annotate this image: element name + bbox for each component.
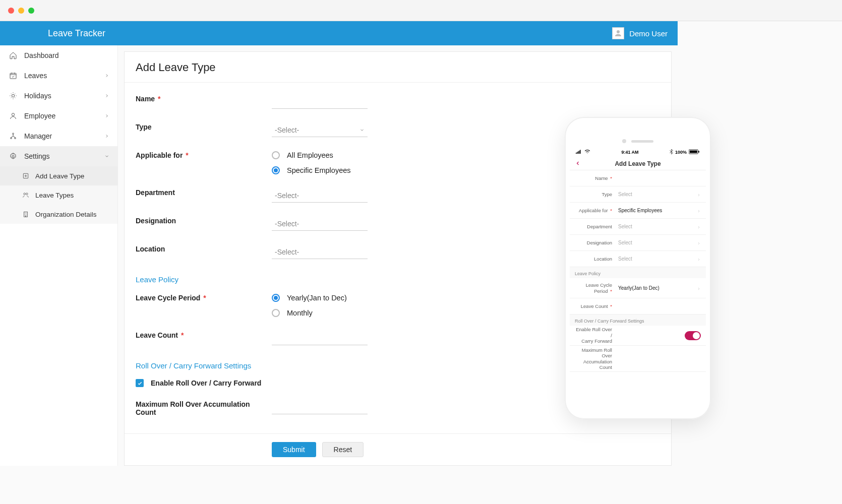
sidebar-label: Manager <box>24 132 52 140</box>
radio-yearly[interactable] <box>272 294 280 302</box>
radio-label: Specific Employees <box>287 166 351 174</box>
radio-label: All Employees <box>287 151 333 159</box>
sidebar-item-employee[interactable]: Employee <box>0 106 117 126</box>
label-name: Name * <box>136 95 272 103</box>
chevron-down-icon <box>104 152 109 160</box>
phone-label-leave-cycle: Leave Cycle Period * <box>575 282 616 294</box>
phone-section-leave-policy: Leave Policy <box>570 267 706 278</box>
svg-point-3 <box>12 113 14 116</box>
phone-rollover-toggle[interactable] <box>685 331 701 340</box>
designation-select[interactable]: -Select- <box>272 217 368 231</box>
svg-point-7 <box>12 155 14 157</box>
radio-label: Yearly(Jan to Dec) <box>287 294 347 302</box>
sidebar-item-leaves[interactable]: Leaves <box>0 66 117 86</box>
select-placeholder: -Select- <box>275 220 299 228</box>
phone-time: 9:41 AM <box>621 150 638 155</box>
phone-label-type: Type <box>575 192 616 197</box>
phone-label-leave-count: Leave Count * <box>575 303 616 309</box>
signal-icon <box>576 150 583 155</box>
chevron-right-icon <box>104 132 109 140</box>
gear-icon <box>9 152 17 160</box>
svg-rect-14 <box>578 151 578 154</box>
browser-chrome <box>0 0 842 21</box>
bluetooth-icon <box>670 149 673 155</box>
building-icon <box>22 211 29 218</box>
window-max-dot[interactable] <box>28 8 34 14</box>
sidebar-label: Holidays <box>24 92 51 100</box>
sidebar: Dashboard Leaves Holidays <box>0 45 118 466</box>
phone-department-select[interactable]: Select <box>616 224 697 229</box>
radio-specific-employees[interactable] <box>272 166 280 174</box>
department-select[interactable]: -Select- <box>272 188 368 203</box>
phone-designation-select[interactable]: Select <box>616 240 697 245</box>
subnav-add-leave-type[interactable]: Add Leave Type <box>0 166 117 185</box>
sidebar-item-manager[interactable]: Manager <box>0 126 117 146</box>
battery-icon <box>689 149 700 155</box>
chevron-right-icon <box>104 72 109 80</box>
phone-back-button[interactable] <box>575 159 581 168</box>
phone-type-select[interactable]: Select <box>616 192 697 197</box>
sidebar-item-settings[interactable]: Settings <box>0 146 117 166</box>
phone-label-department: Department <box>575 224 616 229</box>
chevron-right-icon <box>697 255 701 264</box>
phone-hardware <box>570 122 706 147</box>
home-icon <box>9 51 17 59</box>
svg-rect-13 <box>577 152 577 154</box>
submit-button[interactable]: Submit <box>272 442 316 457</box>
name-input[interactable] <box>272 95 368 109</box>
radio-all-employees[interactable] <box>272 151 280 159</box>
label-designation: Designation <box>136 217 272 225</box>
wifi-icon <box>584 150 590 155</box>
sidebar-item-dashboard[interactable]: Dashboard <box>0 45 117 66</box>
subnav-leave-types[interactable]: Leave Types <box>0 185 117 205</box>
phone-location-select[interactable]: Select <box>616 256 697 262</box>
window-close-dot[interactable] <box>8 8 14 14</box>
label-type: Type <box>136 123 272 131</box>
leave-count-input[interactable] <box>272 331 368 345</box>
subnav-label: Organization Details <box>35 211 97 218</box>
sun-icon <box>9 92 17 100</box>
phone-section-rollover: Roll Over / Carry Forward Settings <box>570 314 706 326</box>
username: Demo User <box>629 29 668 38</box>
phone-applicable-select[interactable]: Specific Employees <box>616 208 697 213</box>
reset-button[interactable]: Reset <box>322 442 364 457</box>
subnav-label: Add Leave Type <box>35 172 84 180</box>
user-area[interactable]: Demo User <box>612 27 668 39</box>
chevron-right-icon <box>697 284 701 293</box>
phone-leave-cycle-select[interactable]: Yearly(Jan to Dec) <box>616 285 697 291</box>
org-icon <box>9 132 17 140</box>
svg-rect-16 <box>580 150 580 154</box>
radio-monthly[interactable] <box>272 309 280 317</box>
phone-label-max-rollover: Maximum Roll Over Accumulation Count <box>575 347 616 370</box>
window-min-dot[interactable] <box>18 8 24 14</box>
phone-screen-title: Add Leave Type <box>615 160 660 167</box>
select-placeholder: -Select- <box>275 126 299 134</box>
svg-point-9 <box>24 193 26 195</box>
subnav-org-details[interactable]: Organization Details <box>0 205 117 224</box>
calendar-check-icon <box>9 72 17 80</box>
svg-rect-12 <box>576 152 576 153</box>
select-placeholder: -Select- <box>275 192 299 200</box>
sidebar-label: Employee <box>24 112 55 120</box>
plus-box-icon <box>22 172 29 179</box>
chevron-right-icon <box>697 222 701 231</box>
label-applicable-for: Applicable for * <box>136 151 272 159</box>
phone-label-enable-rollover: Enable Roll Over / Carry Forward <box>575 327 616 344</box>
enable-rollover-checkbox[interactable] <box>136 379 144 387</box>
chevron-right-icon <box>104 92 109 100</box>
location-select[interactable]: -Select- <box>272 245 368 259</box>
svg-rect-1 <box>10 73 16 79</box>
user-icon <box>9 112 17 120</box>
label-location: Location <box>136 245 272 253</box>
label-leave-cycle: Leave Cycle Period * <box>136 294 272 302</box>
leave-types-icon <box>22 192 29 199</box>
sidebar-item-holidays[interactable]: Holidays <box>0 86 117 106</box>
svg-point-6 <box>15 138 16 139</box>
chevron-right-icon <box>697 190 701 199</box>
max-rollover-input[interactable] <box>272 400 368 414</box>
svg-rect-18 <box>690 151 697 153</box>
app-title: Leave Tracker <box>48 28 105 39</box>
type-select[interactable]: -Select- <box>272 123 368 137</box>
phone-navbar: Add Leave Type <box>570 157 706 170</box>
phone-label-name: Name * <box>575 175 616 181</box>
